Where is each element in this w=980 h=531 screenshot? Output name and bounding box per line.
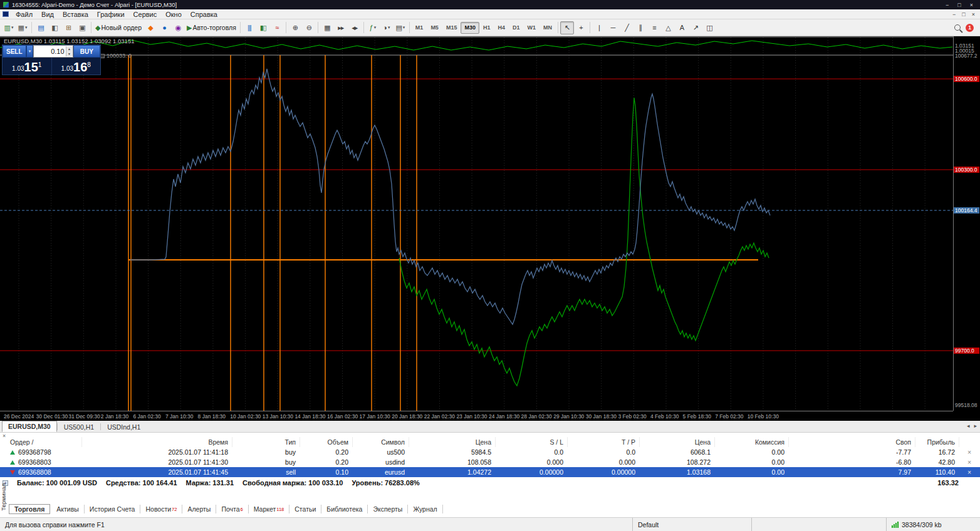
new-order-button[interactable]: ◆Новый ордер — [93, 21, 143, 34]
terminal-tab-активы[interactable]: Активы — [51, 505, 85, 513]
minimize-button[interactable]: − — [946, 2, 949, 8]
menu-item-справка[interactable]: Справка — [186, 9, 222, 19]
menu-item-файл[interactable]: Файл — [11, 9, 37, 19]
mql5-button[interactable]: ◆ — [143, 21, 157, 34]
templates-button[interactable]: ▤▾ — [394, 21, 407, 34]
volume-value[interactable]: 0.10 — [34, 48, 65, 55]
data-window-toggle[interactable]: ◧ — [48, 21, 61, 34]
fibonacci-tool[interactable]: ≡ — [647, 21, 661, 34]
tile-windows-button[interactable]: ▦ — [320, 21, 334, 34]
new-chart-button[interactable]: ▥▾ — [2, 21, 16, 34]
vertical-line-tool[interactable]: | — [592, 21, 606, 34]
menu-item-сервис[interactable]: Сервис — [129, 9, 162, 19]
column-header-тип[interactable]: Тип — [232, 437, 300, 447]
status-profile[interactable]: Default — [632, 518, 751, 531]
crosshair-tool[interactable]: + — [574, 21, 588, 34]
chart-tab-us500-h1[interactable]: US500,H1 — [58, 421, 100, 432]
zoom-in-button[interactable]: ⊕ — [288, 21, 302, 34]
time-axis[interactable]: 26 Dec 202430 Dec 01:3031 Dec 09:302 Jan… — [0, 411, 953, 421]
column-header-комиссия[interactable]: Комиссия — [714, 437, 788, 447]
order-row[interactable]: 6993688032025.01.07 11:41:30buy0.20usdin… — [0, 457, 980, 467]
timeframe-d1[interactable]: D1 — [509, 22, 524, 34]
column-header-цена[interactable]: Цена — [409, 437, 495, 447]
chart-area[interactable]: EURUSD,M30 1.03115 1.03152 1.03092 1.031… — [0, 36, 980, 421]
zoom-out-button[interactable]: ⊖ — [302, 21, 316, 34]
timeframe-h1[interactable]: H1 — [479, 22, 494, 34]
column-header-t-p[interactable]: T / P — [567, 437, 639, 447]
auto-scroll-button[interactable]: ▸▸ — [334, 21, 348, 34]
timeframe-m30[interactable]: M30 — [461, 22, 479, 34]
timeframe-m1[interactable]: M1 — [412, 22, 427, 34]
price-axis[interactable]: 1.031511.00015100677.2100600.0100300.010… — [953, 36, 980, 411]
terminal-tab-эксперты[interactable]: Эксперты — [368, 505, 408, 513]
close-order-button[interactable]: × — [959, 467, 980, 477]
column-header-своп[interactable]: Своп — [788, 437, 915, 447]
chart-tabs-scroll-left[interactable]: ◂ — [967, 423, 970, 429]
close-button[interactable]: × — [970, 2, 973, 8]
chart-tabs-scroll-right[interactable]: ▸ — [974, 423, 977, 429]
sell-button[interactable]: SELL — [3, 45, 26, 58]
terminal-tab-библиотека[interactable]: Библиотека — [321, 505, 368, 513]
candlestick-chart-button[interactable]: ▮▯ — [256, 21, 270, 34]
navigator-toggle[interactable]: ⊞ — [61, 21, 75, 34]
horizontal-line-tool[interactable]: ─ — [606, 21, 620, 34]
trendline-tool[interactable]: ╱ — [620, 21, 633, 34]
close-order-button[interactable]: × — [959, 457, 980, 467]
trade-options-dropdown[interactable]: ▼ — [26, 45, 34, 58]
timeframe-m15[interactable]: M15 — [442, 22, 461, 34]
menu-item-вставка[interactable]: Вставка — [58, 9, 93, 19]
community-button[interactable]: ● — [157, 21, 171, 34]
chart-tab-usdind-h1[interactable]: USDInd,H1 — [101, 421, 147, 432]
timeframe-h4[interactable]: H4 — [494, 22, 509, 34]
terminal-tab-история-счета[interactable]: История Счета — [85, 505, 141, 513]
timeframe-mn[interactable]: MN — [540, 22, 556, 34]
indicators-button[interactable]: ƒ▾ — [366, 21, 380, 34]
sell-price[interactable]: 1.03 15 1 — [3, 58, 51, 75]
terminal-tab-новости[interactable]: Новости72 — [140, 505, 182, 513]
buy-price[interactable]: 1.03 16 8 — [51, 58, 101, 75]
volume-input[interactable]: 0.10 ▲ ▼ — [33, 45, 73, 58]
cycle-lines-tool[interactable]: ◫ — [702, 21, 716, 34]
column-header-ордер[interactable]: Ордер / — [0, 437, 81, 447]
periods-button[interactable]: ◑▾ — [380, 21, 394, 34]
terminal-tab-статьи[interactable]: Статьи — [289, 505, 321, 513]
timeframe-m5[interactable]: M5 — [427, 22, 442, 34]
chart-shift-button[interactable]: ◂▸ — [348, 21, 362, 34]
shapes-tool[interactable]: △ — [661, 21, 675, 34]
volume-down-stepper[interactable]: ▼ — [66, 51, 73, 56]
terminal-tab-журнал[interactable]: Журнал — [408, 505, 442, 513]
line-chart-button[interactable]: ≈ — [270, 21, 284, 34]
terminal-tab-почта[interactable]: Почта6 — [216, 505, 248, 513]
buy-button[interactable]: BUY — [73, 45, 100, 58]
timeframe-w1[interactable]: W1 — [523, 22, 540, 34]
menu-item-окно[interactable]: Окно — [161, 9, 186, 19]
market-watch-toggle[interactable]: ▤ — [34, 21, 48, 34]
cursor-tool[interactable]: ↖ — [560, 21, 574, 34]
profiles-button[interactable]: ▦▾ — [16, 21, 29, 34]
menu-item-вид[interactable]: Вид — [37, 9, 58, 19]
order-row[interactable]: 6993688082025.01.07 11:41:45sell0.10euru… — [0, 467, 980, 477]
column-header-объем[interactable]: Объем — [300, 437, 352, 447]
column-header-прибыль[interactable]: Прибыль — [915, 437, 959, 447]
market-button[interactable]: ◉ — [171, 21, 185, 34]
text-tool[interactable]: A — [675, 21, 689, 34]
notifications-badge[interactable]: 1 — [966, 24, 974, 32]
arrows-tool[interactable]: ↗ — [689, 21, 702, 34]
column-header-время[interactable]: Время — [81, 437, 232, 447]
channel-tool[interactable]: ∥ — [633, 21, 647, 34]
bar-chart-button[interactable]: ||| — [242, 21, 256, 34]
terminal-tab-маркет[interactable]: Маркет118 — [249, 505, 290, 513]
terminal-toggle[interactable]: ▣ — [75, 21, 89, 34]
menu-item-графики[interactable]: Графики — [93, 9, 129, 19]
terminal-tab-торговля[interactable]: Торговля — [9, 504, 50, 514]
terminal-tab-алерты[interactable]: Алерты — [182, 505, 216, 513]
child-restore-button[interactable]: □ — [962, 11, 965, 18]
close-order-button[interactable]: × — [959, 447, 980, 457]
search-icon[interactable] — [954, 22, 961, 33]
column-header-символ[interactable]: Символ — [352, 437, 409, 447]
chart-tab-eurusd-m30[interactable]: EURUSD,M30 — [2, 421, 57, 432]
restore-button[interactable]: □ — [957, 2, 961, 8]
terminal-side-label[interactable]: Терминал — [0, 483, 7, 511]
auto-trading-button[interactable]: ▶Авто-торговля — [185, 21, 238, 34]
child-minimize-button[interactable]: − — [952, 11, 956, 18]
